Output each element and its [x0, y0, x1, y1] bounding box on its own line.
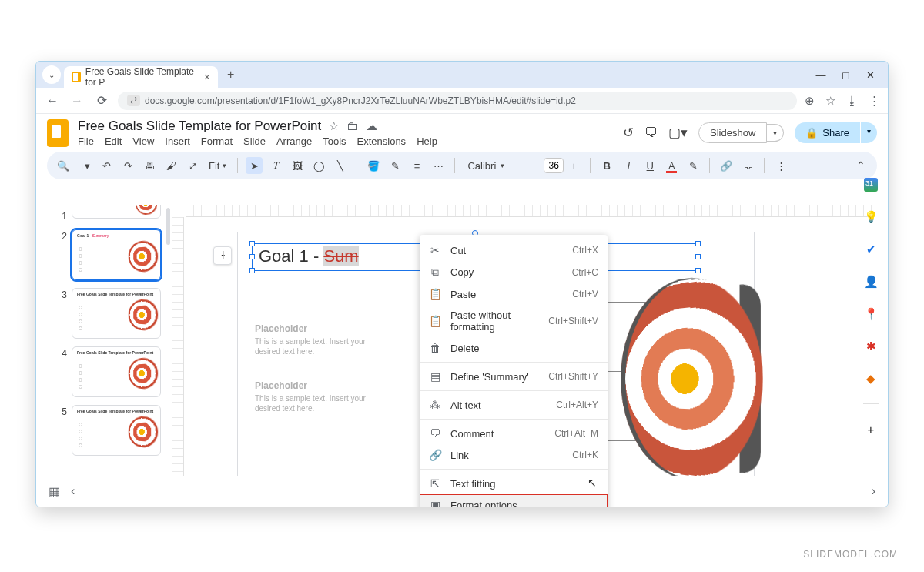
comments-icon[interactable]: 🗨 [644, 125, 658, 141]
star-icon[interactable]: ☆ [329, 119, 339, 133]
close-window-icon[interactable]: ✕ [865, 69, 875, 81]
maps-icon[interactable]: 📍 [863, 306, 879, 322]
ctx-copy[interactable]: ⧉CopyCtrl+C [420, 261, 608, 283]
ctx-cut[interactable]: ✂CutCtrl+X [420, 239, 608, 261]
menu-slide[interactable]: Slide [243, 135, 266, 147]
new-slide-icon[interactable]: +▾ [76, 157, 93, 174]
search-icon[interactable]: ⊕ [805, 94, 815, 108]
slide-thumb-2[interactable]: Goal 1 - Summary [72, 229, 161, 280]
document-title[interactable]: Free Goals Slide Template for PowerPoint [78, 119, 321, 134]
ctx-define[interactable]: ▤Define 'Summary'Ctrl+Shift+Y [420, 366, 608, 387]
meet-icon[interactable]: ▢▾ [668, 125, 688, 141]
border-dash-icon[interactable]: ⋯ [430, 157, 447, 174]
font-select[interactable]: Calibri▾ [463, 159, 509, 173]
slide-canvas[interactable]: ɫ Goal 1 - Sum Pl [238, 232, 754, 507]
redo-icon[interactable]: ↷ [119, 157, 136, 174]
get-addons-icon[interactable]: + [863, 421, 879, 437]
line-icon[interactable]: ╲ [332, 157, 349, 174]
ctx-comment[interactable]: 🗩CommentCtrl+Alt+M [420, 423, 608, 444]
slide-thumb-3[interactable]: Free Goals Slide Template for PowerPoint [72, 288, 161, 339]
ctx-delete[interactable]: 🗑Delete [420, 337, 608, 359]
decrease-font-icon[interactable]: − [525, 157, 542, 174]
menu-file[interactable]: File [78, 135, 94, 147]
tab-search-button[interactable]: ⌄ [42, 65, 61, 84]
site-info-icon[interactable]: ⇄ [127, 95, 140, 106]
ctx-format-options[interactable]: ▣Format options [420, 494, 608, 507]
vertical-ruler[interactable] [172, 217, 184, 499]
move-icon[interactable]: 🗀 [346, 119, 358, 133]
paint-format-icon[interactable]: 🖌 [162, 157, 179, 174]
chrome-menu-icon[interactable]: ⋮ [869, 94, 880, 108]
resize-handle[interactable] [695, 254, 701, 259]
zoom-icon[interactable]: ⤢ [184, 157, 201, 174]
slide-thumb-4[interactable]: Free Goals Slide Template for PowerPoint [72, 346, 161, 397]
download-icon[interactable]: ⭳ [846, 94, 858, 108]
contacts-icon[interactable]: 👤 [863, 274, 879, 289]
browser-tab[interactable]: Free Goals Slide Template for P × [64, 66, 218, 88]
resize-handle[interactable] [695, 268, 701, 273]
ctx-text-fitting[interactable]: ⇱Text fitting [420, 473, 608, 494]
slide-thumb-5[interactable]: Free Goals Slide Template for PowerPoint [72, 405, 161, 456]
zoom-select[interactable]: Fit▾ [206, 160, 229, 172]
menu-extensions[interactable]: Extensions [357, 135, 407, 147]
print-icon[interactable]: 🖶 [141, 157, 158, 174]
menu-edit[interactable]: Edit [105, 135, 122, 147]
select-tool-icon[interactable]: ➤ [246, 157, 263, 174]
new-tab-button[interactable]: + [221, 68, 240, 82]
addon2-icon[interactable]: ◆ [863, 371, 879, 386]
bold-icon[interactable]: B [598, 157, 615, 174]
thumbs-scrollbar[interactable] [166, 208, 170, 245]
search-menus-icon[interactable]: 🔍 [55, 157, 72, 174]
underline-icon[interactable]: U [641, 157, 658, 174]
minimize-icon[interactable]: — [815, 69, 826, 81]
strikethrough-badge-icon[interactable]: ɫ [213, 246, 232, 265]
insert-link-icon[interactable]: 🔗 [718, 157, 735, 174]
resize-handle[interactable] [249, 241, 255, 246]
italic-icon[interactable]: I [620, 157, 637, 174]
prev-slide-icon[interactable]: ‹ [71, 484, 75, 498]
history-icon[interactable]: ↺ [623, 125, 634, 141]
keep-icon[interactable]: 💡 [863, 209, 879, 225]
forward-button[interactable]: → [69, 94, 85, 108]
resize-handle[interactable] [249, 254, 255, 259]
share-button[interactable]: 🔒 Share [795, 122, 860, 143]
horizontal-ruler[interactable] [186, 205, 872, 217]
shape-icon[interactable]: ◯ [310, 157, 327, 174]
address-bar[interactable]: ⇄ docs.google.com/presentation/d/1F1foW1… [118, 92, 797, 110]
undo-icon[interactable]: ↶ [98, 157, 115, 174]
more-icon[interactable]: ⋮ [772, 157, 789, 174]
resize-handle[interactable] [695, 241, 701, 246]
menu-insert[interactable]: Insert [165, 135, 190, 147]
menu-format[interactable]: Format [201, 135, 233, 147]
image-icon[interactable]: 🖼 [289, 157, 306, 174]
cloud-status-icon[interactable]: ☁ [366, 119, 377, 133]
menu-arrange[interactable]: Arrange [276, 135, 312, 147]
ctx-paste-plain[interactable]: 📋Paste without formattingCtrl+Shift+V [420, 305, 608, 337]
bookmark-icon[interactable]: ☆ [825, 94, 835, 108]
maximize-icon[interactable]: ◻ [840, 69, 851, 81]
increase-font-icon[interactable]: + [565, 157, 582, 174]
addon-icon[interactable]: ✱ [863, 339, 879, 354]
font-size-input[interactable] [544, 158, 564, 173]
textbox-icon[interactable]: 𝑇 [267, 157, 284, 174]
slideshow-dropdown[interactable]: ▾ [767, 124, 784, 142]
slides-logo-icon[interactable] [47, 119, 69, 147]
share-dropdown[interactable]: ▾ [861, 122, 877, 143]
back-button[interactable]: ← [44, 94, 61, 108]
border-color-icon[interactable]: ✎ [387, 157, 403, 174]
ctx-alt-text[interactable]: ⁂Alt textCtrl+Alt+Y [420, 394, 608, 416]
resize-handle[interactable] [249, 268, 255, 273]
reload-button[interactable]: ⟳ [93, 93, 110, 108]
tasks-icon[interactable]: ✔ [863, 242, 879, 257]
text-color-icon[interactable]: A [663, 157, 680, 174]
show-sidepanel-icon[interactable]: › [872, 484, 875, 498]
border-weight-icon[interactable]: ≡ [408, 157, 425, 174]
menu-help[interactable]: Help [417, 135, 437, 147]
fill-color-icon[interactable]: 🪣 [365, 157, 382, 174]
menu-tools[interactable]: Tools [323, 135, 346, 147]
calendar-icon[interactable] [863, 177, 879, 192]
close-tab-icon[interactable]: × [204, 71, 210, 83]
menu-view[interactable]: View [132, 135, 154, 147]
slide-thumb-1[interactable] [72, 205, 161, 219]
ctx-link[interactable]: 🔗LinkCtrl+K [420, 444, 608, 466]
